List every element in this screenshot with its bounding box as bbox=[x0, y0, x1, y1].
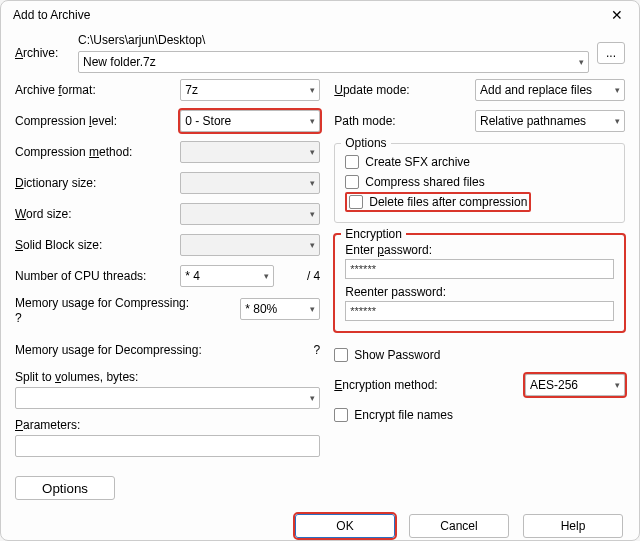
show-password-checkbox[interactable] bbox=[334, 348, 348, 362]
archive-path: C:\Users\arjun\Desktop\ bbox=[78, 33, 589, 47]
footer: OK Cancel Help bbox=[1, 506, 639, 541]
archive-filename-select[interactable]: New folder.7z ▾ bbox=[78, 51, 589, 73]
archive-format-label: Archive format: bbox=[15, 83, 174, 97]
compression-level-select[interactable]: 0 - Store▾ bbox=[180, 110, 320, 132]
sfx-checkbox[interactable] bbox=[345, 155, 359, 169]
chevron-down-icon: ▾ bbox=[306, 240, 315, 250]
close-icon[interactable]: ✕ bbox=[605, 3, 629, 27]
encryption-group: Encryption Enter password: ****** Reente… bbox=[334, 234, 625, 332]
browse-button[interactable]: ... bbox=[597, 42, 625, 64]
update-mode-select[interactable]: Add and replace files▾ bbox=[475, 79, 625, 101]
cpu-threads-label: Number of CPU threads: bbox=[15, 269, 174, 283]
dictionary-size-select[interactable]: ▾ bbox=[180, 172, 320, 194]
help-button[interactable]: Help bbox=[523, 514, 623, 538]
split-volumes-label: Split to volumes, bytes: bbox=[15, 370, 320, 384]
titlebar: Add to Archive ✕ bbox=[1, 1, 639, 29]
reenter-password-input[interactable]: ****** bbox=[345, 301, 614, 321]
chevron-down-icon: ▾ bbox=[306, 85, 315, 95]
solid-block-label: Solid Block size: bbox=[15, 238, 174, 252]
chevron-down-icon: ▾ bbox=[260, 271, 269, 281]
chevron-down-icon: ▾ bbox=[306, 393, 315, 403]
encrypt-names-checkbox[interactable] bbox=[334, 408, 348, 422]
dialog-window: Add to Archive ✕ Archive: C:\Users\arjun… bbox=[0, 0, 640, 541]
options-button[interactable]: Options bbox=[15, 476, 115, 500]
chevron-down-icon: ▾ bbox=[306, 116, 315, 126]
compression-level-label: Compression level: bbox=[15, 114, 174, 128]
word-size-select[interactable]: ▾ bbox=[180, 203, 320, 225]
word-size-label: Word size: bbox=[15, 207, 174, 221]
mem-decompress-value: ? bbox=[280, 343, 320, 357]
mem-decompress-label: Memory usage for Decompressing: bbox=[15, 343, 274, 357]
options-group: Options Create SFX archive Compress shar… bbox=[334, 143, 625, 223]
chevron-down-icon: ▾ bbox=[611, 116, 620, 126]
archive-format-select[interactable]: 7z▾ bbox=[180, 79, 320, 101]
compression-method-select[interactable]: ▾ bbox=[180, 141, 320, 163]
chevron-down-icon: ▾ bbox=[306, 178, 315, 188]
chevron-down-icon: ▾ bbox=[306, 147, 315, 157]
solid-block-select[interactable]: ▾ bbox=[180, 234, 320, 256]
parameters-input[interactable] bbox=[15, 435, 320, 457]
enter-password-label: Enter password: bbox=[345, 243, 614, 257]
update-mode-label: Update mode: bbox=[334, 83, 469, 97]
split-volumes-select[interactable]: ▾ bbox=[15, 387, 320, 409]
encryption-method-select[interactable]: AES-256▾ bbox=[525, 374, 625, 396]
show-password-label: Show Password bbox=[354, 348, 440, 362]
delete-after-label: Delete files after compression bbox=[369, 195, 527, 209]
chevron-down-icon: ▾ bbox=[611, 85, 620, 95]
options-legend: Options bbox=[341, 136, 390, 150]
parameters-label: Parameters: bbox=[15, 418, 320, 432]
chevron-down-icon: ▾ bbox=[611, 380, 620, 390]
chevron-down-icon: ▾ bbox=[575, 57, 584, 67]
archive-label: Archive: bbox=[15, 46, 70, 60]
enter-password-input[interactable]: ****** bbox=[345, 259, 614, 279]
sfx-label: Create SFX archive bbox=[365, 155, 470, 169]
compression-method-label: Compression method: bbox=[15, 145, 174, 159]
encryption-legend: Encryption bbox=[341, 227, 406, 241]
compress-shared-label: Compress shared files bbox=[365, 175, 484, 189]
encrypt-names-label: Encrypt file names bbox=[354, 408, 453, 422]
cpu-threads-select[interactable]: * 4▾ bbox=[180, 265, 274, 287]
ok-button[interactable]: OK bbox=[295, 514, 395, 538]
path-mode-label: Path mode: bbox=[334, 114, 469, 128]
mem-compress-select[interactable]: * 80%▾ bbox=[240, 298, 320, 320]
window-title: Add to Archive bbox=[13, 8, 90, 22]
reenter-password-label: Reenter password: bbox=[345, 285, 614, 299]
compress-shared-checkbox[interactable] bbox=[345, 175, 359, 189]
encryption-method-label: Encryption method: bbox=[334, 378, 517, 392]
mem-compress-label: Memory usage for Compressing:? bbox=[15, 296, 234, 326]
path-mode-select[interactable]: Relative pathnames▾ bbox=[475, 110, 625, 132]
cancel-button[interactable]: Cancel bbox=[409, 514, 509, 538]
delete-after-checkbox[interactable] bbox=[349, 195, 363, 209]
chevron-down-icon: ▾ bbox=[306, 209, 315, 219]
chevron-down-icon: ▾ bbox=[306, 304, 315, 314]
dictionary-size-label: Dictionary size: bbox=[15, 176, 174, 190]
cpu-threads-total: / 4 bbox=[280, 269, 320, 283]
